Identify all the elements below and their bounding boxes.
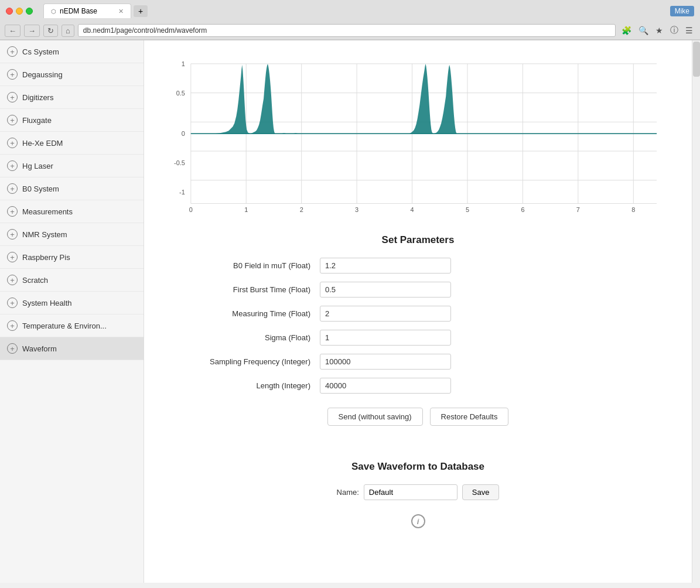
svg-text:3: 3 [355, 206, 358, 213]
scrollbar-track[interactable] [692, 40, 700, 583]
tab-favicon: ⬡ [51, 8, 56, 15]
expand-icon: + [7, 275, 18, 285]
sidebar-item-label: Measurements [22, 207, 73, 216]
sidebar-item-label: NMR System [22, 230, 67, 239]
extensions-icon[interactable]: 🧩 [619, 25, 634, 36]
expand-icon: + [7, 46, 18, 57]
send-without-saving-button[interactable]: Send (without saving) [327, 408, 423, 426]
svg-text:1: 1 [182, 60, 185, 67]
bookmark-icon[interactable]: ★ [653, 25, 665, 36]
sidebar-item-b0-system[interactable]: + B0 System [0, 177, 144, 200]
svg-text:6: 6 [521, 206, 524, 213]
window-controls [6, 8, 33, 15]
param-input-first-burst[interactable] [320, 282, 451, 298]
sidebar-item-nmr-system[interactable]: + NMR System [0, 223, 144, 246]
save-button[interactable]: Save [462, 484, 500, 500]
minimize-window-button[interactable] [16, 8, 23, 15]
svg-text:4: 4 [411, 206, 414, 213]
info-icon[interactable]: i [411, 514, 425, 528]
param-input-b0-field[interactable] [320, 258, 451, 274]
sidebar-item-label: Waveform [22, 344, 57, 353]
expand-icon: + [7, 252, 18, 262]
expand-icon: + [7, 138, 18, 148]
tab-bar: ⬡ nEDM Base ✕ + [37, 4, 153, 18]
svg-text:-1: -1 [179, 189, 185, 196]
expand-icon: + [7, 320, 18, 331]
sidebar-item-label: B0 System [22, 184, 59, 193]
param-input-sigma[interactable] [320, 330, 451, 346]
expand-icon: + [7, 115, 18, 125]
footer-info: i [168, 514, 668, 528]
save-waveform-title: Save Waveform to Database [168, 461, 668, 473]
tab-close-button[interactable]: ✕ [118, 8, 124, 15]
expand-icon: + [7, 183, 18, 194]
sidebar-item-label: He-Xe EDM [22, 139, 63, 148]
sidebar-item-label: Hg Laser [22, 162, 53, 170]
sidebar-item-digitizers[interactable]: + Digitizers [0, 86, 144, 109]
sidebar-item-scratch[interactable]: + Scratch [0, 269, 144, 292]
param-label-sigma: Sigma (Float) [168, 333, 320, 342]
expand-icon: + [7, 160, 18, 171]
action-buttons: Send (without saving) Restore Defaults [168, 408, 668, 426]
sidebar-item-hg-laser[interactable]: + Hg Laser [0, 155, 144, 177]
save-name-input[interactable] [364, 484, 457, 500]
sidebar: + Cs System + Degaussing + Digitizers + … [0, 40, 144, 583]
chart-svg: 1 0.5 0 -0.5 -1 0 1 2 3 4 5 6 7 8 [168, 52, 668, 215]
param-input-measuring-time[interactable] [320, 306, 451, 322]
address-bar[interactable] [78, 24, 616, 37]
content-area: 1 0.5 0 -0.5 -1 0 1 2 3 4 5 6 7 8 [144, 40, 692, 583]
expand-icon: + [7, 69, 18, 80]
save-name-label: Name: [337, 488, 359, 497]
new-tab-button[interactable]: + [134, 5, 148, 17]
home-button[interactable]: ⌂ [62, 25, 74, 37]
param-row-sampling-freq: Sampling Frequency (Integer) [168, 354, 668, 370]
scrollbar-thumb[interactable] [693, 42, 700, 77]
svg-marker-30 [191, 64, 657, 134]
save-row: Name: Save [168, 484, 668, 500]
sidebar-item-he-xe-edm[interactable]: + He-Xe EDM [0, 132, 144, 155]
param-row-first-burst: First Burst Time (Float) [168, 282, 668, 298]
sidebar-item-fluxgate[interactable]: + Fluxgate [0, 109, 144, 132]
svg-text:1: 1 [244, 206, 248, 213]
set-parameters-title: Set Parameters [168, 234, 668, 246]
svg-text:0: 0 [189, 206, 193, 213]
maximize-window-button[interactable] [26, 8, 33, 15]
sidebar-item-raspberry-pis[interactable]: + Raspberry Pis [0, 246, 144, 269]
svg-text:-0.5: -0.5 [174, 159, 185, 166]
user-button[interactable]: Mike [670, 6, 694, 16]
sidebar-item-label: System Health [22, 299, 72, 307]
browser-tab[interactable]: ⬡ nEDM Base ✕ [43, 4, 131, 18]
forward-button[interactable]: → [24, 25, 40, 37]
sidebar-item-label: Cs System [22, 47, 59, 56]
sidebar-item-degaussing[interactable]: + Degaussing [0, 63, 144, 86]
save-waveform-section: Save Waveform to Database Name: Save [168, 449, 668, 500]
back-button[interactable]: ← [5, 25, 21, 37]
sidebar-item-waveform[interactable]: + Waveform [0, 337, 144, 360]
sidebar-item-system-health[interactable]: + System Health [0, 292, 144, 314]
param-row-length: Length (Integer) [168, 378, 668, 394]
param-row-sigma: Sigma (Float) [168, 330, 668, 346]
param-row-b0-field: B0 Field in muT (Float) [168, 258, 668, 274]
expand-icon: + [7, 92, 18, 102]
menu-icon[interactable]: ☰ [683, 25, 695, 36]
svg-text:0: 0 [182, 130, 185, 137]
sidebar-item-temperature[interactable]: + Temperature & Environ... [0, 314, 144, 337]
sidebar-item-cs-system[interactable]: + Cs System [0, 40, 144, 63]
main-layout: + Cs System + Degaussing + Digitizers + … [0, 40, 700, 583]
param-label-first-burst: First Burst Time (Float) [168, 285, 320, 294]
expand-icon: + [7, 298, 18, 308]
sidebar-item-measurements[interactable]: + Measurements [0, 200, 144, 223]
expand-icon: + [7, 229, 18, 240]
close-window-button[interactable] [6, 8, 13, 15]
refresh-button[interactable]: ↻ [43, 25, 58, 37]
sidebar-item-label: Digitizers [22, 93, 53, 102]
param-label-sampling-freq: Sampling Frequency (Integer) [168, 357, 320, 366]
info-icon[interactable]: ⓘ [668, 24, 681, 37]
param-input-sampling-freq[interactable] [320, 354, 451, 370]
search-icon[interactable]: 🔍 [636, 25, 651, 36]
param-input-length[interactable] [320, 378, 451, 394]
sidebar-item-label: Temperature & Environ... [22, 322, 107, 330]
sidebar-item-label: Degaussing [22, 70, 63, 79]
restore-defaults-button[interactable]: Restore Defaults [430, 408, 509, 426]
svg-text:8: 8 [631, 206, 635, 213]
